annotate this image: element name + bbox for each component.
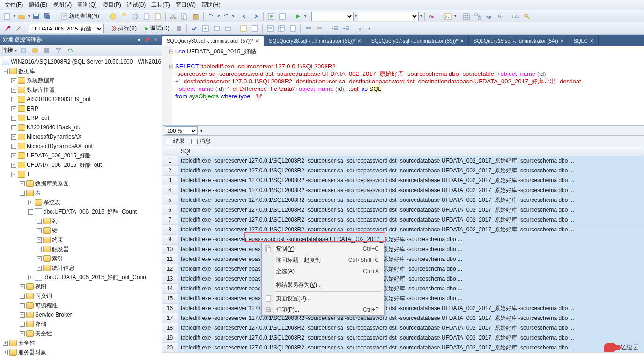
tree-node[interactable]: + 索引: [0, 254, 162, 263]
menu-item[interactable]: 文件(F): [2, 0, 26, 10]
expand-icon[interactable]: +: [11, 125, 16, 130]
tree-node[interactable]: - 表: [0, 188, 162, 198]
collapse-icon[interactable]: -: [20, 191, 25, 196]
open-folder-icon[interactable]: [16, 11, 27, 22]
editor-tab[interactable]: SQLQuery17.sql -...dministrator (59))*✕: [366, 36, 468, 46]
connect-btn-icon[interactable]: [18, 45, 29, 56]
menu-item[interactable]: 帮助(H): [199, 0, 223, 10]
close-icon[interactable]: ✕: [152, 37, 159, 43]
tree-node[interactable]: + 存储: [0, 319, 162, 329]
activity-icon[interactable]: [266, 11, 276, 22]
tree-node[interactable]: + 触发器: [0, 245, 162, 254]
pin-icon[interactable]: 📌: [144, 37, 150, 43]
result-grid-icon[interactable]: [276, 23, 287, 34]
zoom-combo[interactable]: 100 %: [165, 126, 198, 135]
tree-node[interactable]: + UFDATA_006_2015_好酷: [0, 151, 162, 160]
stop-icon[interactable]: [174, 23, 184, 34]
expand-icon[interactable]: +: [20, 181, 25, 186]
row-number[interactable]: 10: [162, 245, 178, 254]
grid-cell[interactable]: tablediff.exe -sourceserver epassword ds…: [178, 264, 644, 274]
tree-node[interactable]: + AIS20180328083139_out: [0, 95, 162, 104]
relation-icon[interactable]: [511, 11, 521, 22]
expand-icon[interactable]: +: [37, 266, 42, 271]
expand-icon[interactable]: +: [37, 228, 42, 233]
grid-cell[interactable]: tablediff.exe -sourceserver 127.0.0.1\SQ…: [178, 313, 644, 323]
grid-row[interactable]: 17 tablediff.exe -sourceserver 127.0.0.1…: [162, 313, 644, 323]
context-menu-item[interactable]: 全选(A) Ctrl+A: [262, 266, 384, 277]
grid-row[interactable]: 6 tablediff.exe -sourceserver 127.0.0.1\…: [162, 205, 644, 215]
tree-node[interactable]: + 数据库关系图: [0, 179, 162, 188]
collapse-icon[interactable]: −: [3, 69, 8, 74]
expand-icon[interactable]: +: [37, 219, 42, 224]
close-icon[interactable]: ✕: [460, 38, 464, 44]
context-menu-item[interactable]: 连同标题一起复制 Ctrl+Shift+C: [262, 254, 384, 266]
tree-node[interactable]: + 系统数据库: [0, 76, 162, 85]
expand-icon[interactable]: +: [20, 303, 25, 308]
result-text-icon[interactable]: [265, 23, 275, 34]
grid-cell[interactable]: tablediff.exe -sourceserver epassword ds…: [178, 284, 644, 294]
expand-icon[interactable]: +: [37, 247, 42, 252]
result-file-icon[interactable]: [288, 23, 298, 34]
uncomment-icon[interactable]: [314, 23, 325, 34]
menu-item[interactable]: 窗口(W): [173, 0, 199, 10]
expand-icon[interactable]: +: [11, 134, 16, 140]
databases-node[interactable]: − 数据库: [0, 67, 162, 76]
indent-inc-icon[interactable]: [341, 23, 351, 34]
grid-row[interactable]: 14 tablediff.exe -sourceserver epassword…: [162, 284, 644, 294]
close-icon[interactable]: ✕: [560, 38, 564, 44]
expand-icon[interactable]: +: [3, 350, 8, 355]
grid-row[interactable]: 9 tablediff.exe -sourceserver epassword …: [162, 235, 644, 245]
parse-icon[interactable]: [189, 23, 200, 34]
sql-editor[interactable]: ⊟use UFDATA_006_2015_好酷 ⊟SELECT 'tabledi…: [162, 46, 644, 126]
grid-row[interactable]: 8 tablediff.exe -sourceserver 127.0.0.1\…: [162, 225, 644, 235]
grid-row[interactable]: 1 tablediff.exe -sourceserver 127.0.0.1\…: [162, 156, 644, 166]
results-grid[interactable]: SQL 1 tablediff.exe -sourceserver 127.0.…: [162, 147, 644, 356]
dropdown-arrow-icon[interactable]: ▾: [355, 14, 357, 18]
row-number[interactable]: 4: [162, 185, 178, 195]
script-icon[interactable]: [153, 11, 163, 22]
grid-row[interactable]: 2 tablediff.exe -sourceserver 127.0.0.1\…: [162, 166, 644, 176]
save-icon[interactable]: [31, 11, 41, 22]
tree-node[interactable]: + dbo.UFDATA_006_2015_好酷_out_Count: [0, 273, 162, 282]
play-icon[interactable]: [293, 11, 303, 22]
new-project-icon[interactable]: [2, 11, 12, 22]
grid-cell[interactable]: tablediff.exe -sourceserver epassword ds…: [178, 274, 644, 284]
hex-icon[interactable]: 0x: [427, 11, 437, 22]
grid-cell[interactable]: tablediff.exe -sourceserver epassword ds…: [178, 245, 644, 254]
include-plan-icon[interactable]: [238, 23, 249, 34]
row-number[interactable]: 2: [162, 166, 178, 176]
options-icon[interactable]: [212, 23, 222, 34]
expand-icon[interactable]: +: [28, 275, 33, 280]
grid-cell[interactable]: tablediff.exe -sourceserver epassword ds…: [178, 294, 644, 304]
expand-icon[interactable]: +: [11, 144, 16, 149]
grid-row[interactable]: 13 tablediff.exe -sourceserver epassword…: [162, 274, 644, 284]
nav-back-icon[interactable]: [239, 11, 250, 22]
table-icon[interactable]: [461, 11, 472, 22]
dropdown-icon[interactable]: ▾: [135, 37, 142, 43]
diagram-icon[interactable]: [473, 11, 483, 22]
db-icon[interactable]: [108, 11, 118, 22]
row-number[interactable]: 6: [162, 205, 178, 215]
column-header-sql[interactable]: SQL: [178, 147, 644, 156]
tree-node[interactable]: + Service Broker: [0, 310, 162, 319]
row-number[interactable]: 11: [162, 254, 178, 264]
context-menu-item[interactable]: 页面设置(U)...: [262, 293, 384, 304]
new-query-button[interactable]: 新建查询(N): [58, 11, 103, 22]
context-menu-item[interactable]: 将结果另存为(V)...: [262, 279, 384, 290]
grid-row[interactable]: 5 tablediff.exe -sourceserver 127.0.0.1\…: [162, 195, 644, 205]
expand-icon[interactable]: +: [28, 200, 33, 205]
grid-row[interactable]: 3 tablediff.exe -sourceserver 127.0.0.1\…: [162, 176, 644, 185]
expand-icon[interactable]: +: [20, 322, 25, 327]
row-number[interactable]: 7: [162, 215, 178, 225]
expand-icon[interactable]: +: [11, 78, 16, 83]
collapse-icon[interactable]: -: [11, 172, 16, 177]
expand-icon[interactable]: +: [11, 153, 16, 158]
expand-icon[interactable]: +: [37, 256, 42, 261]
tree-node[interactable]: + UFDATA_006_2015_好酷_out: [0, 160, 162, 170]
cube-icon[interactable]: [130, 11, 141, 22]
grid-cell[interactable]: tablediff.exe -sourceserver epassword ds…: [178, 254, 644, 264]
expand-icon[interactable]: +: [11, 106, 16, 111]
grid-cell[interactable]: tablediff.exe -sourceserver 127.0.0.1\SQ…: [178, 215, 644, 225]
tree-node[interactable]: - dbo.UFDATA_006_2015_好酷_Count: [0, 207, 162, 216]
grid-cell[interactable]: tablediff.exe -sourceserver 127.0.0.1\SQ…: [178, 225, 644, 235]
